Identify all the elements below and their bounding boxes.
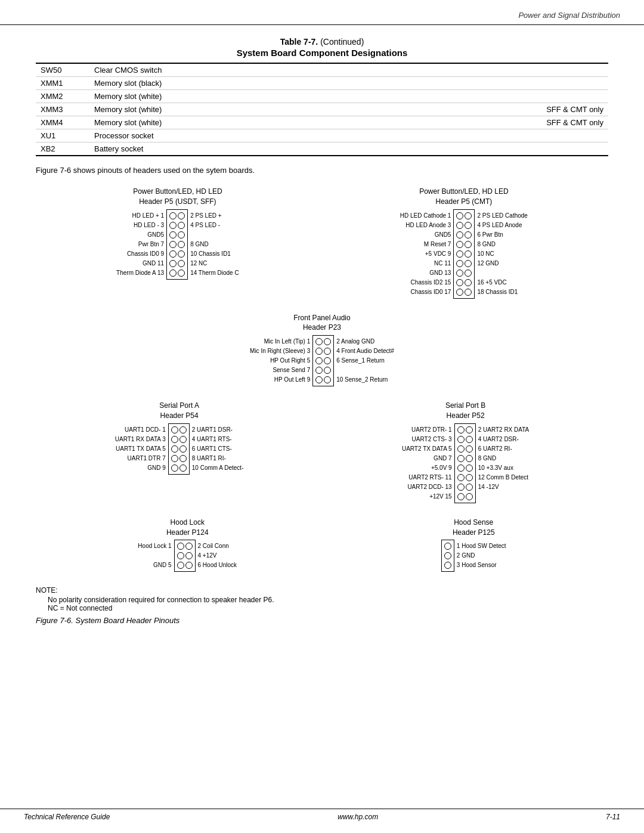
pin-label-right: 2 UART2 RX DATA [478, 425, 530, 435]
diagram-p124-title: Hood Lock Header P124 [166, 518, 209, 538]
pin-label-right: 10 Chassis ID1 [190, 249, 231, 259]
page-header: Power and Signal Distribution [0, 0, 644, 25]
table-row: XU1Processor socket [36, 129, 608, 143]
diagram-p5-usdt-title: Power Button/LED, HD LED Header P5 (USDT… [133, 187, 222, 207]
pin-row [444, 541, 452, 551]
pin-label-right: 6 Hood Unlock [198, 561, 237, 570]
pin-row [177, 561, 193, 570]
pin-circle [456, 212, 463, 219]
pin-circle [465, 260, 472, 267]
pin-label-left: GND5 [435, 230, 451, 240]
footer-right: 7-11 [606, 813, 620, 821]
pin-label-left: UART2 DTR- 1 [411, 425, 452, 435]
pin-circle [171, 426, 178, 433]
pin-row [456, 249, 472, 259]
pinout-p54: UART1 DCD- 1UART1 RX DATA 3UART1 TX DATA… [115, 423, 244, 475]
pin-circle [171, 436, 178, 443]
pin-circle [169, 212, 177, 219]
diagram-p5-cmt: Power Button/LED, HD LED Header P5 (CMT)… [400, 187, 528, 299]
pin-circle [178, 241, 185, 248]
pin-row [315, 337, 332, 346]
pin-circle [171, 455, 178, 462]
connector-body [453, 209, 475, 299]
pin-label-left: UART1 TX DATA 5 [116, 444, 166, 454]
pin-row [177, 541, 193, 551]
pin-labels-left: Hood Lock 1GND 5 [138, 541, 171, 570]
diagram-p125-title: Hood Sense Header P125 [453, 518, 495, 538]
pin-labels-right: 2 PS LED Cathode4 PS LED Anode6 Pwr Btn8… [477, 211, 528, 297]
diagram-p52-title: Serial Port B Header P52 [445, 401, 485, 421]
pin-label-right: 10 NC [477, 249, 494, 259]
pin-circle [456, 260, 463, 267]
pin-label-left: UART2 DCD- 13 [407, 482, 451, 492]
pin-circle [466, 436, 473, 443]
connector-body [168, 423, 190, 475]
pin-circle [178, 270, 185, 277]
pin-label-right: 4 PS LED Anode [477, 221, 522, 230]
pin-row [315, 356, 332, 366]
pin-circle [169, 241, 177, 248]
pinout-p124: Hood Lock 1GND 5 2 Coil Conn4 +12V6 Hood… [138, 540, 237, 572]
pin-label-left: M Reset 7 [424, 240, 451, 249]
pin-circle [466, 455, 473, 462]
pin-label-left: Mic In Right (Sleeve) 3 [250, 346, 310, 356]
pin-label-left: HD LED - 3 [134, 221, 164, 230]
pin-label-left: UART1 RX DATA 3 [115, 435, 166, 444]
pinout-p5-cmt: HD LED Cathode 1HD LED Anode 3GND5M Rese… [400, 209, 528, 299]
table-row: XMM2Memory slot (white) [36, 90, 608, 103]
pinout-p23: Mic In Left (Tip) 1Mic In Right (Sleeve)… [250, 335, 394, 386]
pin-circle [456, 231, 463, 239]
diagrams-section: Power Button/LED, HD LED Header P5 (USDT… [36, 187, 608, 572]
diagram-row-1: Power Button/LED, HD LED Header P5 (USDT… [36, 187, 608, 299]
connector-body [454, 423, 476, 503]
pin-label-right: 2 PS LED + [190, 211, 222, 221]
pin-label-right: 12 NC [190, 259, 207, 268]
pin-circle [457, 484, 465, 491]
table-row: XMM3Memory slot (white)SFF & CMT only [36, 103, 608, 116]
pin-label-left: UART2 RTS- 11 [408, 473, 451, 482]
figure-bottom-caption: Figure 7-6. System Board Header Pinouts [36, 616, 608, 625]
pin-row [456, 268, 472, 278]
pin-row [444, 561, 452, 570]
footer-center: www.hp.com [338, 813, 378, 821]
pinout-p125: 1 Hood SW Detect2 GND3 Hood Sensor [441, 540, 506, 572]
diagram-p52: Serial Port B Header P52 UART2 DTR- 1UAR… [402, 401, 529, 503]
pin-label-left: Hood Lock 1 [138, 541, 171, 551]
pin-label-right: 16 +5 VDC [477, 278, 506, 287]
pin-label-right: 10 Comm A Detect- [192, 463, 244, 473]
pin-circle [457, 436, 465, 443]
pin-circle [465, 289, 472, 296]
pin-row [315, 346, 332, 356]
pin-circle [324, 376, 331, 383]
pin-label-right: 8 GND [190, 240, 209, 249]
diagram-p5-usdt: Power Button/LED, HD LED Header P5 (USDT… [116, 187, 239, 280]
pin-circle [178, 250, 185, 258]
footer-left: Technical Reference Guide [24, 813, 110, 821]
table-row: SW50Clear CMOS switch [36, 63, 608, 77]
pin-circle [169, 260, 177, 267]
pin-row [457, 463, 473, 473]
pin-label-left: Pwr Btn 7 [138, 240, 164, 249]
pin-label-left: GND 7 [434, 454, 452, 463]
pin-circle [169, 222, 177, 229]
pin-circle [185, 562, 193, 569]
pin-labels-right: 2 Coil Conn4 +12V6 Hood Unlock [198, 541, 237, 570]
note-section: NOTE: No polarity consideration required… [36, 586, 608, 612]
pin-circle [179, 455, 187, 462]
pin-circle [457, 445, 465, 453]
pin-label-left: Mic In Left (Tip) 1 [264, 337, 310, 346]
page-footer: Technical Reference Guide www.hp.com 7-1… [0, 809, 644, 821]
diagram-p124: Hood Lock Header P124 Hood Lock 1GND 5 2… [138, 518, 237, 572]
pin-label-right: 8 GND [477, 240, 496, 249]
diagram-p54: Serial Port A Header P54 UART1 DCD- 1UAR… [115, 401, 244, 475]
pin-label-right: 2 GND [457, 551, 475, 561]
pin-label-left: HD LED Anode 3 [405, 221, 451, 230]
pin-labels-left: UART2 DTR- 1UART2 CTS- 3UART2 TX DATA 5G… [402, 425, 452, 501]
pin-row [456, 230, 472, 240]
pin-label-left: Chassis ID2 15 [411, 278, 451, 287]
pin-circle [466, 474, 473, 481]
pin-circle [465, 279, 472, 286]
pin-circle [456, 270, 463, 277]
pin-label-left: GND5 [147, 230, 164, 240]
pin-row [457, 454, 473, 463]
